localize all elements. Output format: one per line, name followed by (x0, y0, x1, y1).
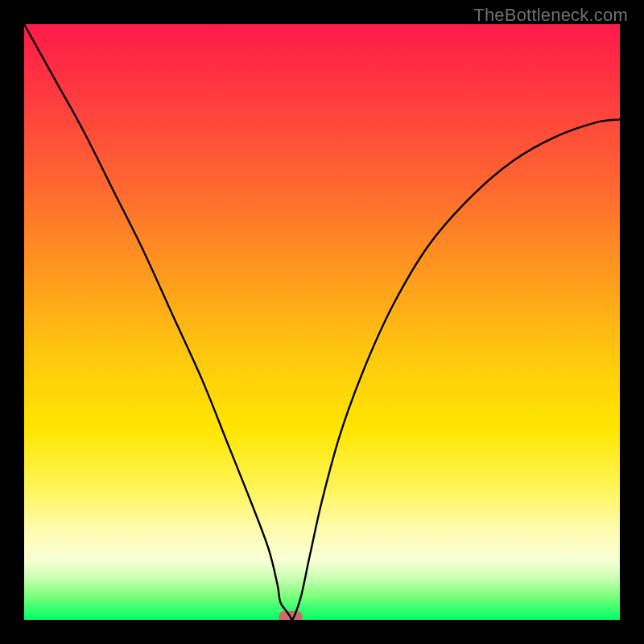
plot-area (24, 24, 620, 620)
frame: TheBottleneck.com (0, 0, 644, 644)
curve-svg (24, 24, 620, 620)
bottleneck-curve (24, 24, 620, 620)
watermark-text: TheBottleneck.com (473, 5, 628, 26)
